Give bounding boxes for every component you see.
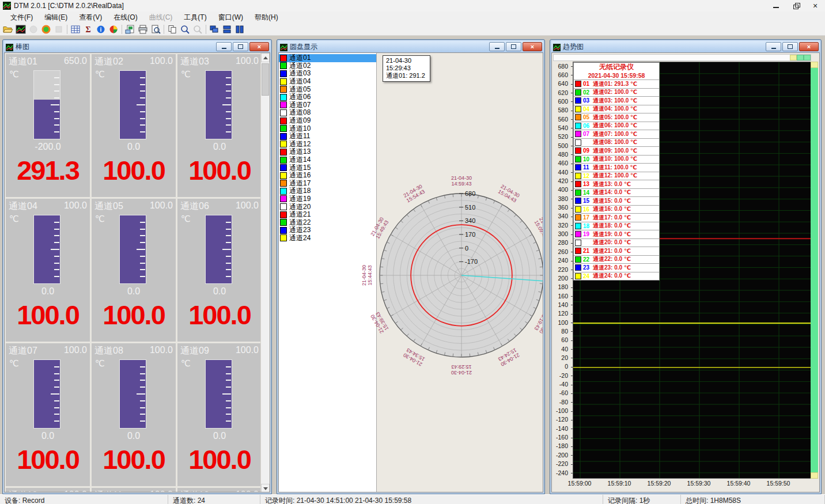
statistics-sigma-button[interactable]: Σ (82, 24, 94, 35)
legend-channel-value: 通道07: 100.0 ℃ (593, 130, 637, 138)
polar-time-label: 21-04-3015:04:43 (497, 183, 520, 203)
menu-file[interactable]: 文件(F) (5, 12, 39, 24)
range-max: 100.0 (236, 490, 259, 492)
bar-close-button[interactable]: × (249, 42, 269, 51)
cascade-windows-button[interactable] (208, 24, 221, 35)
hscroll-end-button[interactable] (804, 55, 811, 60)
channel-value: 100.0 (177, 445, 262, 475)
minimize-icon (222, 45, 226, 49)
polar-axis-label: 170 (465, 231, 475, 238)
legend-channel-value: 通道17: 0.0 ℃ (593, 214, 631, 222)
bar-tick (140, 256, 145, 257)
disk-window-title: 圆盘显示 (290, 42, 317, 52)
hscroll-left-button[interactable] (790, 55, 797, 60)
channel-value: 100.0 (177, 156, 262, 185)
main-titlebar[interactable]: DTM 2.0.1 [C:\DTM 2.0.2\RealData] × (0, 0, 825, 12)
restore-icon (793, 5, 798, 9)
legend-color-swatch (575, 97, 581, 104)
legend-color-swatch (575, 240, 581, 246)
bar-window-titlebar[interactable]: 棒图 × (4, 41, 270, 52)
range-max: 100.0 (150, 200, 173, 213)
copy-button[interactable] (166, 24, 179, 35)
legend-color-swatch (575, 164, 581, 170)
print-button[interactable] (137, 24, 149, 35)
legend-channel-value: 通道21: 0.0 ℃ (593, 247, 631, 255)
polar-time-label: 21-04-3015:34:43 (402, 347, 426, 367)
pie-chart-button[interactable] (107, 24, 120, 35)
bar-gauge-cell: 通道01650.0℃-200.0291.3 (6, 54, 90, 197)
svg-text:21-04-3015:04:43: 21-04-3015:04:43 (497, 183, 520, 203)
legend-channel-number: 23 (583, 264, 593, 271)
record-inactive-button (27, 24, 40, 35)
zoom-out-button (191, 24, 204, 35)
disk-minimize-button[interactable] (489, 42, 505, 51)
data-table-button[interactable] (69, 24, 82, 35)
arrow-down-icon (263, 487, 268, 490)
polar-axis-label: -170 (465, 258, 478, 265)
export-button[interactable] (124, 24, 137, 35)
trend-minimize-button[interactable] (766, 42, 781, 51)
y-tick-label: -220 (552, 460, 568, 468)
scroll-thumb[interactable] (262, 63, 269, 96)
vscroll-down-button[interactable] (811, 472, 818, 479)
vscroll-up-button[interactable] (811, 62, 818, 68)
menu-help[interactable]: 帮助(H) (249, 12, 284, 24)
toolbar-separator (122, 25, 122, 34)
minimize-button[interactable] (766, 0, 786, 12)
channel-value: 100.0 (6, 445, 90, 475)
hscroll-right-button[interactable] (797, 55, 804, 60)
trend-maximize-button[interactable] (782, 42, 798, 51)
polar-chart[interactable]: 6805103401700-17021-04-3014:59:4321-04-3… (355, 172, 543, 385)
legend-color-swatch (575, 256, 581, 263)
close-button[interactable]: × (805, 0, 825, 12)
bar-tick (54, 97, 59, 98)
print-preview-button[interactable] (149, 24, 162, 35)
y-tick-label: 380 (552, 195, 568, 203)
menu-view[interactable]: 查看(V) (73, 12, 108, 24)
bar-tick (140, 131, 145, 132)
bar-tick (226, 84, 231, 85)
toolbar-separator (206, 25, 206, 34)
menu-tools[interactable]: 工具(T) (178, 12, 212, 24)
status-bar: 设备: Record通道数: 24记录时间: 21-04-30 14:51:00… (0, 494, 825, 504)
status-record-time: 记录时间: 21-04-30 14:51:00 21-04-30 15:59:5… (260, 495, 603, 504)
bar-window-scrollbar[interactable] (260, 53, 270, 492)
channel-color-swatch (280, 70, 287, 77)
tile-vertical-button[interactable] (233, 24, 246, 35)
trend-window-titlebar[interactable]: 趋势图 × (551, 41, 820, 52)
tile-horizontal-button[interactable] (221, 24, 233, 35)
scroll-up-button[interactable] (261, 53, 270, 62)
bar-tick (140, 235, 145, 236)
trend-close-button[interactable]: × (799, 42, 819, 51)
bar-tick (226, 400, 231, 401)
legend-channel-value: 通道14: 0.0 ℃ (593, 188, 631, 196)
menu-window[interactable]: 窗口(W) (213, 12, 249, 24)
scroll-down-button[interactable] (261, 484, 270, 492)
open-file-button[interactable] (2, 24, 14, 35)
disk-window-titlebar[interactable]: 圆盘显示 × (278, 41, 543, 52)
bar-tick (140, 111, 145, 112)
bar-tick (54, 407, 59, 408)
bar-tick (54, 400, 59, 401)
restore-button[interactable] (786, 0, 805, 12)
disk-close-button[interactable]: × (523, 42, 542, 51)
bar-tick (140, 407, 145, 408)
trend-vscrollbar[interactable] (811, 62, 818, 479)
bar-maximize-button[interactable] (233, 42, 248, 51)
y-tick-label: 40 (552, 346, 568, 353)
bar-track (119, 70, 146, 139)
zoom-in-button[interactable] (179, 24, 191, 35)
realtime-curve-button[interactable] (14, 24, 27, 35)
info-button[interactable]: i (94, 24, 107, 35)
disk-maximize-button[interactable] (506, 42, 521, 51)
y-tick-label: -160 (552, 434, 568, 441)
record-button[interactable] (40, 24, 52, 35)
menu-online[interactable]: 在线(O) (108, 12, 143, 24)
y-tick-label: 140 (552, 301, 568, 309)
bar-tick (226, 97, 231, 98)
y-tick-label: 520 (552, 133, 568, 141)
trend-hscrollbar[interactable] (553, 54, 811, 61)
bar-minimize-button[interactable] (216, 42, 232, 51)
menu-edit[interactable]: 编辑(E) (39, 12, 73, 24)
legend-channel-number: 11 (583, 164, 593, 170)
